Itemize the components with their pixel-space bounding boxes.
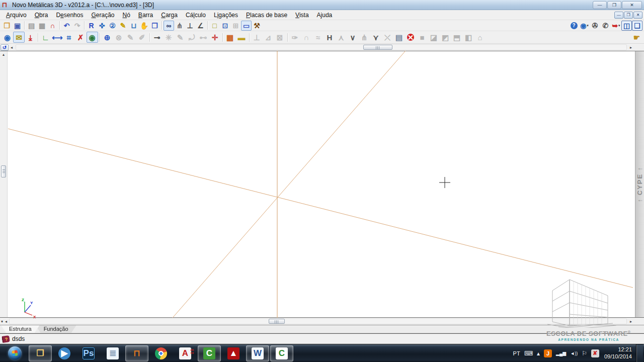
search-binoculars-button[interactable]: ∞ <box>164 21 174 31</box>
arrow-check-button[interactable]: ⋎ <box>370 32 382 43</box>
joint-links-button[interactable]: ⋔ <box>174 21 185 31</box>
tab-fundacao[interactable]: Fundação <box>36 325 76 333</box>
taskbar-camtasia-studio-button[interactable]: C <box>198 345 221 361</box>
keyboard-icon[interactable]: ⌨ <box>524 349 533 357</box>
magnet-snap-button[interactable]: ∩ <box>47 21 58 31</box>
menu-ligacoes[interactable]: Ligações <box>210 11 242 20</box>
tab-estrutura[interactable]: Estrutura <box>1 325 40 333</box>
network-signal-icon[interactable]: ▂▄▆ <box>556 349 566 357</box>
restore-button[interactable]: ❐ <box>607 1 621 9</box>
menu-desenhos[interactable]: Desenhos <box>52 11 87 20</box>
drawing-canvas[interactable] <box>8 51 635 317</box>
perpendicular-button[interactable]: ⊥ <box>185 21 195 31</box>
taskbar-word-button[interactable]: W <box>246 345 269 361</box>
describe-profile-button[interactable]: ▦ <box>224 32 236 43</box>
print-resources-button[interactable]: ▦ <box>37 21 47 31</box>
close-button[interactable]: ✕ <box>622 1 642 9</box>
save-file-button[interactable]: ▣ <box>12 21 23 31</box>
web-help-button[interactable]: ◉ <box>2 32 13 43</box>
taskbar-adobe-reader-button[interactable]: ▲ <box>222 345 245 361</box>
taskbar-chrome-button[interactable] <box>149 345 173 361</box>
capture-window-button[interactable]: ❐ <box>149 21 160 31</box>
open-file-button[interactable]: ❒ <box>2 21 12 31</box>
scroll-left-icon[interactable]: ◂ <box>9 45 15 50</box>
dimensions-rule-button[interactable]: ▭ <box>241 21 252 31</box>
taskbar-camtasia-recorder-button[interactable]: C <box>270 345 293 361</box>
menu-calculo[interactable]: Cálculo <box>182 11 210 20</box>
taskbar-media-player-button[interactable]: ▶ <box>53 345 76 361</box>
pan-view-button[interactable]: ✜ <box>97 21 107 31</box>
taskbar-cype-metalicas-button[interactable]: ⊓ <box>125 345 148 361</box>
bottom-scroll-handle[interactable] <box>269 319 285 324</box>
bottom-scroll-track[interactable] <box>9 318 627 324</box>
left-scroll-handle[interactable] <box>1 165 6 177</box>
hand-pan-button[interactable]: ✋ <box>139 21 149 31</box>
export-send-button[interactable]: ➥▾ <box>611 21 621 31</box>
show-desktop-button[interactable] <box>636 344 643 362</box>
grow-bar-button[interactable]: ✛ <box>209 32 221 43</box>
deflection-check-button[interactable]: ∨ <box>347 32 359 43</box>
taskbar-clock[interactable]: 12:21 09/10/2014 <box>604 346 632 360</box>
language-icon[interactable]: PT <box>513 349 520 357</box>
menu-arquivo[interactable]: Arquivo <box>2 11 31 20</box>
menu-vista[interactable]: Vista <box>291 11 312 20</box>
scroll-left2-icon[interactable]: ◂ <box>4 319 8 324</box>
taskbar-autocad-button[interactable]: A2010 <box>174 345 197 361</box>
views-eye-button[interactable]: ◉ <box>87 32 98 43</box>
scroll-up-icon[interactable]: ▴ <box>0 52 7 57</box>
minimize-button[interactable]: — <box>593 1 607 9</box>
new-node-button[interactable]: ⊕ <box>102 32 113 43</box>
menu-barra[interactable]: Barra <box>134 11 157 20</box>
scroll-right-icon[interactable]: ▸ <box>628 45 634 50</box>
edit-comments-button[interactable]: ✉ <box>13 32 25 43</box>
select-hand-button[interactable]: ☛ <box>631 32 642 43</box>
menu-obra[interactable]: Obra <box>31 11 52 20</box>
describe-material-button[interactable]: ▬ <box>236 32 248 43</box>
top-scroll-track[interactable] <box>16 44 627 50</box>
stop-calculation-button[interactable]: ✕ <box>405 32 417 43</box>
network-disabled-icon[interactable]: ✘ <box>591 349 599 357</box>
print-button[interactable]: ✇ <box>590 21 600 31</box>
delete-group-button[interactable]: ✗ <box>75 32 87 43</box>
hidden-icons-icon[interactable]: ▴ <box>537 349 540 357</box>
tools-config-button[interactable]: ⚒ <box>252 21 262 31</box>
dimension-lines-button[interactable]: ⟷ <box>51 32 63 43</box>
rotate-view-button[interactable]: ↺ <box>1 44 9 51</box>
scroll-down-icon[interactable]: ▾ <box>0 319 4 324</box>
mdi-restore-button[interactable]: ❐ <box>624 12 633 19</box>
toolbars-config-button[interactable]: ◫ <box>621 21 632 31</box>
top-scroll-handle[interactable] <box>363 45 392 50</box>
contact-phone-button[interactable]: ✆ <box>600 21 611 31</box>
menu-placas-de-base[interactable]: Placas de base <box>242 11 291 20</box>
mdi-close-button[interactable]: ✕ <box>633 12 642 19</box>
visible-window-button[interactable]: □ <box>209 21 220 31</box>
check-list-button[interactable]: ▤ <box>393 32 405 43</box>
scroll-right2-icon[interactable]: ▸ <box>628 319 634 324</box>
select-group-button[interactable]: ⌗ <box>63 32 75 43</box>
redraw-button[interactable]: ✎ <box>118 21 128 31</box>
menu-geracao[interactable]: Geração <box>87 11 118 20</box>
taskbar-notepad-button[interactable]: ≣ <box>101 345 124 361</box>
h-section-button[interactable]: H <box>324 32 336 43</box>
reference-axes-button[interactable]: ∠ <box>195 21 206 31</box>
help-button[interactable]: ? <box>569 21 579 31</box>
java-update-icon[interactable]: J <box>544 349 552 357</box>
job-data-button[interactable]: ▤ <box>26 21 37 31</box>
taskbar-photoshop-button[interactable]: Ps <box>77 345 100 361</box>
mdi-minimize-button[interactable]: — <box>614 12 623 19</box>
menu-ajuda[interactable]: Ajuda <box>313 11 337 20</box>
action-center-flag-icon[interactable]: ⚐ <box>582 349 587 357</box>
menu-no[interactable]: Nó <box>119 11 134 20</box>
menu-carga[interactable]: Carga <box>157 11 182 20</box>
undo-button[interactable]: ↶ <box>61 21 72 31</box>
zoom-region-button[interactable]: R <box>86 21 97 31</box>
web-globe-button[interactable]: ◉▾ <box>579 21 590 31</box>
import-job-button[interactable]: ⤓ <box>25 32 36 43</box>
coordinate-origin-button[interactable]: ∟ <box>40 32 51 43</box>
panel-restore-button[interactable]: ❏ <box>632 21 642 31</box>
zoom-previous-button[interactable]: ② <box>107 21 118 31</box>
volume-icon[interactable]: ◄)) <box>570 349 578 357</box>
taskbar-explorer-button[interactable]: ❒ <box>29 345 52 361</box>
select-elements-button[interactable]: ⊡ <box>220 21 230 31</box>
paint-view-button[interactable]: ⊔ <box>128 21 139 31</box>
